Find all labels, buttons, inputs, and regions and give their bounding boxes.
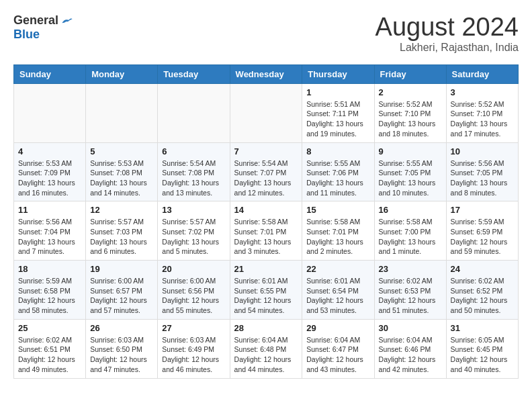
day-info: Sunrise: 5:55 AMSunset: 7:06 PMDaylight:…	[306, 158, 369, 198]
calendar-cell: 10Sunrise: 5:56 AMSunset: 7:05 PMDayligh…	[446, 142, 518, 201]
day-number: 1	[306, 87, 369, 97]
calendar-cell: 14Sunrise: 5:58 AMSunset: 7:01 PMDayligh…	[230, 201, 302, 261]
day-number: 25	[18, 323, 81, 333]
day-info: Sunrise: 5:59 AMSunset: 6:58 PMDaylight:…	[18, 276, 81, 316]
day-info: Sunrise: 6:05 AMSunset: 6:45 PMDaylight:…	[451, 335, 514, 375]
calendar-cell: 30Sunrise: 6:04 AMSunset: 6:46 PMDayligh…	[374, 319, 446, 378]
day-number: 16	[379, 205, 442, 215]
calendar-cell: 26Sunrise: 6:03 AMSunset: 6:50 PMDayligh…	[86, 319, 158, 378]
calendar-cell: 27Sunrise: 6:03 AMSunset: 6:49 PMDayligh…	[158, 319, 230, 378]
day-info: Sunrise: 6:04 AMSunset: 6:46 PMDaylight:…	[379, 335, 442, 375]
day-info: Sunrise: 6:00 AMSunset: 6:57 PMDaylight:…	[90, 276, 153, 316]
calendar-header-sunday: Sunday	[14, 64, 86, 83]
day-number: 28	[234, 323, 298, 333]
day-info: Sunrise: 6:02 AMSunset: 6:53 PMDaylight:…	[379, 276, 442, 316]
day-number: 2	[379, 87, 442, 97]
day-number: 15	[306, 205, 369, 215]
day-info: Sunrise: 6:04 AMSunset: 6:48 PMDaylight:…	[234, 335, 298, 375]
day-info: Sunrise: 5:58 AMSunset: 7:01 PMDaylight:…	[306, 217, 369, 257]
calendar-cell: 19Sunrise: 6:00 AMSunset: 6:57 PMDayligh…	[86, 261, 158, 320]
day-number: 19	[90, 264, 153, 274]
calendar-header-thursday: Thursday	[302, 64, 374, 83]
calendar-cell: 4Sunrise: 5:53 AMSunset: 7:09 PMDaylight…	[14, 142, 86, 201]
day-number: 18	[18, 264, 81, 274]
calendar-cell: 15Sunrise: 5:58 AMSunset: 7:01 PMDayligh…	[302, 201, 374, 261]
day-info: Sunrise: 6:01 AMSunset: 6:55 PMDaylight:…	[234, 276, 298, 316]
calendar-cell	[14, 83, 86, 142]
day-info: Sunrise: 5:56 AMSunset: 7:05 PMDaylight:…	[451, 158, 514, 198]
calendar-header-monday: Monday	[86, 64, 158, 83]
calendar-cell	[86, 83, 158, 142]
day-info: Sunrise: 6:00 AMSunset: 6:56 PMDaylight:…	[162, 276, 225, 316]
calendar-week-row: 11Sunrise: 5:56 AMSunset: 7:04 PMDayligh…	[14, 201, 519, 261]
title-section: August 2024 Lakheri, Rajasthan, India	[375, 13, 519, 54]
logo-bird-icon	[60, 14, 73, 28]
calendar-cell: 2Sunrise: 5:52 AMSunset: 7:10 PMDaylight…	[374, 83, 446, 142]
day-number: 7	[234, 146, 298, 156]
day-info: Sunrise: 5:54 AMSunset: 7:07 PMDaylight:…	[234, 158, 298, 198]
day-info: Sunrise: 5:51 AMSunset: 7:11 PMDaylight:…	[306, 99, 369, 139]
day-info: Sunrise: 6:04 AMSunset: 6:47 PMDaylight:…	[306, 335, 369, 375]
calendar-header-tuesday: Tuesday	[158, 64, 230, 83]
day-number: 17	[451, 205, 514, 215]
day-number: 20	[162, 264, 225, 274]
calendar-cell: 21Sunrise: 6:01 AMSunset: 6:55 PMDayligh…	[230, 261, 302, 320]
calendar-header-friday: Friday	[374, 64, 446, 83]
day-number: 22	[306, 264, 369, 274]
calendar-header-wednesday: Wednesday	[230, 64, 302, 83]
day-number: 21	[234, 264, 298, 274]
day-number: 24	[451, 264, 514, 274]
calendar-cell: 25Sunrise: 6:02 AMSunset: 6:51 PMDayligh…	[14, 319, 86, 378]
calendar-week-row: 25Sunrise: 6:02 AMSunset: 6:51 PMDayligh…	[14, 319, 519, 378]
day-number: 10	[451, 146, 514, 156]
day-info: Sunrise: 5:59 AMSunset: 6:59 PMDaylight:…	[451, 217, 514, 257]
calendar-cell: 23Sunrise: 6:02 AMSunset: 6:53 PMDayligh…	[374, 261, 446, 320]
calendar-header-row: SundayMondayTuesdayWednesdayThursdayFrid…	[14, 64, 519, 83]
day-number: 4	[18, 146, 81, 156]
day-info: Sunrise: 5:53 AMSunset: 7:09 PMDaylight:…	[18, 158, 81, 198]
logo-general-text: General	[13, 13, 58, 28]
calendar-cell: 29Sunrise: 6:04 AMSunset: 6:47 PMDayligh…	[302, 319, 374, 378]
day-info: Sunrise: 5:58 AMSunset: 7:01 PMDaylight:…	[234, 217, 298, 257]
calendar-cell: 8Sunrise: 5:55 AMSunset: 7:06 PMDaylight…	[302, 142, 374, 201]
day-info: Sunrise: 6:01 AMSunset: 6:54 PMDaylight:…	[306, 276, 369, 316]
day-info: Sunrise: 5:53 AMSunset: 7:08 PMDaylight:…	[90, 158, 153, 198]
day-info: Sunrise: 5:57 AMSunset: 7:02 PMDaylight:…	[162, 217, 225, 257]
day-number: 12	[90, 205, 153, 215]
calendar-cell: 6Sunrise: 5:54 AMSunset: 7:08 PMDaylight…	[158, 142, 230, 201]
calendar-cell: 13Sunrise: 5:57 AMSunset: 7:02 PMDayligh…	[158, 201, 230, 261]
calendar-week-row: 18Sunrise: 5:59 AMSunset: 6:58 PMDayligh…	[14, 261, 519, 320]
day-info: Sunrise: 5:52 AMSunset: 7:10 PMDaylight:…	[379, 99, 442, 139]
day-number: 11	[18, 205, 81, 215]
day-info: Sunrise: 5:52 AMSunset: 7:10 PMDaylight:…	[451, 99, 514, 139]
location-text: Lakheri, Rajasthan, India	[375, 42, 519, 54]
day-info: Sunrise: 5:55 AMSunset: 7:05 PMDaylight:…	[379, 158, 442, 198]
day-number: 31	[451, 323, 514, 333]
day-number: 13	[162, 205, 225, 215]
calendar-cell	[158, 83, 230, 142]
day-info: Sunrise: 6:02 AMSunset: 6:51 PMDaylight:…	[18, 335, 81, 375]
logo: General Blue	[13, 13, 73, 42]
calendar-cell: 31Sunrise: 6:05 AMSunset: 6:45 PMDayligh…	[446, 319, 518, 378]
calendar-cell: 1Sunrise: 5:51 AMSunset: 7:11 PMDaylight…	[302, 83, 374, 142]
calendar-cell: 22Sunrise: 6:01 AMSunset: 6:54 PMDayligh…	[302, 261, 374, 320]
day-info: Sunrise: 5:57 AMSunset: 7:03 PMDaylight:…	[90, 217, 153, 257]
calendar-cell: 11Sunrise: 5:56 AMSunset: 7:04 PMDayligh…	[14, 201, 86, 261]
calendar-cell: 16Sunrise: 5:58 AMSunset: 7:00 PMDayligh…	[374, 201, 446, 261]
calendar-cell: 12Sunrise: 5:57 AMSunset: 7:03 PMDayligh…	[86, 201, 158, 261]
calendar-cell: 20Sunrise: 6:00 AMSunset: 6:56 PMDayligh…	[158, 261, 230, 320]
calendar-cell: 17Sunrise: 5:59 AMSunset: 6:59 PMDayligh…	[446, 201, 518, 261]
month-title: August 2024	[375, 13, 519, 42]
day-info: Sunrise: 5:56 AMSunset: 7:04 PMDaylight:…	[18, 217, 81, 257]
day-number: 14	[234, 205, 298, 215]
calendar-cell: 28Sunrise: 6:04 AMSunset: 6:48 PMDayligh…	[230, 319, 302, 378]
day-info: Sunrise: 6:03 AMSunset: 6:49 PMDaylight:…	[162, 335, 225, 375]
day-number: 29	[306, 323, 369, 333]
calendar-week-row: 1Sunrise: 5:51 AMSunset: 7:11 PMDaylight…	[14, 83, 519, 142]
day-info: Sunrise: 6:02 AMSunset: 6:52 PMDaylight:…	[451, 276, 514, 316]
calendar-cell: 7Sunrise: 5:54 AMSunset: 7:07 PMDaylight…	[230, 142, 302, 201]
calendar-week-row: 4Sunrise: 5:53 AMSunset: 7:09 PMDaylight…	[14, 142, 519, 201]
day-number: 5	[90, 146, 153, 156]
calendar-header-saturday: Saturday	[446, 64, 518, 83]
day-number: 27	[162, 323, 225, 333]
